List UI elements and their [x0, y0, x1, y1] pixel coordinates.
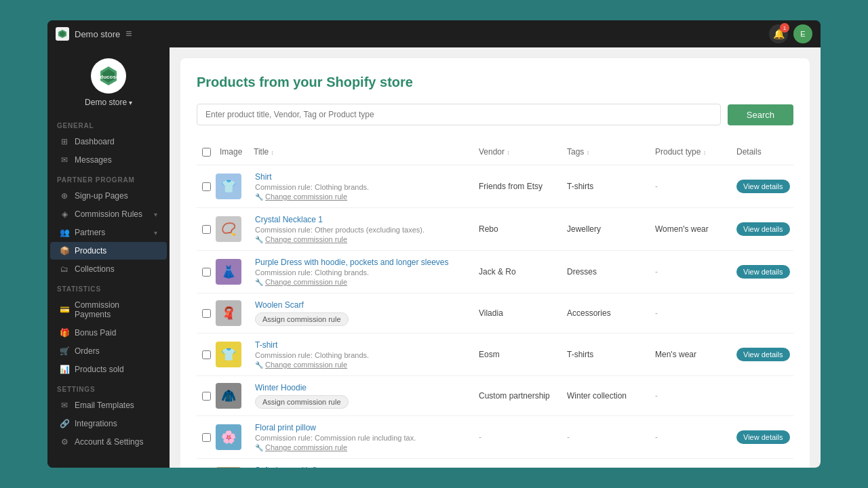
header-title[interactable]: Title ↕ [250, 144, 475, 159]
sidebar-item-partners[interactable]: 👥Partners▾ [50, 224, 167, 241]
change-commission-link[interactable]: 🔧 Change commission rule [255, 235, 469, 243]
details-cell: View details [732, 180, 793, 193]
row-checkbox[interactable] [197, 309, 216, 318]
product-info: ShirtCommission rule: Clothing brands.🔧 … [250, 172, 475, 201]
product-title[interactable]: Woolen Scarf [255, 300, 469, 310]
search-input[interactable] [197, 104, 721, 125]
vendor-cell: Jack & Ro [475, 267, 563, 277]
header-product-type[interactable]: Product type ↕ [651, 144, 732, 159]
table-row: 👕T-shirtCommission rule: Clothing brands… [197, 333, 793, 376]
commission-rule: Commission rule: Clothing brands. [255, 183, 469, 191]
search-button[interactable]: Search [728, 104, 793, 125]
sidebar-item-label: Bonus Paid [75, 328, 116, 338]
sidebar-item-bonus-paid[interactable]: 🎁Bonus Paid [50, 324, 167, 342]
product-type-cell: - [651, 182, 732, 191]
product-type-cell: Men's wear [651, 350, 732, 359]
sidebar-section-label: PARTNER PROGRAM [47, 169, 170, 186]
product-image: 👕 [216, 342, 250, 367]
commission-rule: Commission rule: Other products (excludi… [255, 226, 469, 234]
notification-badge: 1 [780, 23, 789, 33]
assign-commission-button[interactable]: Assign commission rule [255, 395, 349, 409]
product-info: Soft shoes with fleeceCommission rule: O… [250, 466, 475, 468]
row-checkbox[interactable] [197, 433, 216, 442]
product-title[interactable]: Soft shoes with fleece [255, 466, 469, 468]
sidebar-item-email-templates[interactable]: ✉Email Templates [50, 396, 167, 414]
tags-cell: Accessories [563, 308, 651, 318]
vendor-cell: Rebo [475, 224, 563, 234]
sidebar-sections: GENERAL⊞Dashboard✉MessagesPARTNER PROGRA… [47, 115, 170, 451]
vendor-cell: - [475, 432, 563, 442]
row-checkbox[interactable] [197, 268, 216, 277]
tags-cell: - [563, 432, 651, 442]
tags-cell: T-shirts [563, 350, 651, 359]
table-row: 👕ShirtCommission rule: Clothing brands.🔧… [197, 165, 793, 208]
sidebar-item-sign-up-pages[interactable]: ⊕Sign-up Pages [50, 187, 167, 205]
store-name-dropdown[interactable]: Demo store [85, 98, 132, 107]
row-select-checkbox[interactable] [202, 268, 211, 277]
chevron-down-icon: ▾ [154, 229, 157, 237]
row-checkbox[interactable] [197, 182, 216, 191]
sidebar-item-label: Email Templates [75, 401, 134, 410]
product-title[interactable]: Purple Dress with hoodie, pockets and lo… [255, 258, 469, 267]
sidebar-item-commission-payments[interactable]: 💳Commission Payments [50, 296, 167, 323]
sidebar-item-label: Commission Rules [75, 209, 142, 219]
product-title[interactable]: Winter Hoodie [255, 383, 469, 392]
header-checkbox[interactable] [197, 144, 216, 159]
row-select-checkbox[interactable] [202, 433, 211, 442]
commission-rule: Commission rule: Clothing brands. [255, 351, 469, 359]
product-title[interactable]: Crystal Necklace 1 [255, 215, 469, 224]
header-tags[interactable]: Tags ↕ [563, 144, 651, 159]
row-checkbox[interactable] [197, 225, 216, 234]
details-cell: View details [732, 348, 793, 361]
change-commission-link[interactable]: 🔧 Change commission rule [255, 361, 469, 369]
row-select-checkbox[interactable] [202, 225, 211, 234]
sidebar-section-label: SETTINGS [47, 379, 170, 396]
sidebar-item-collections[interactable]: 🗂Collections [50, 260, 167, 278]
select-all-checkbox[interactable] [202, 148, 211, 157]
sidebar-item-account-settings[interactable]: ⚙Account & Settings [50, 433, 167, 451]
products-icon: 📦 [60, 246, 69, 256]
sidebar-item-commission-rules[interactable]: ◈Commission Rules▾ [50, 205, 167, 223]
product-title[interactable]: T-shirt [255, 340, 469, 350]
sidebar-item-integrations[interactable]: 🔗Integrations [50, 415, 167, 432]
row-select-checkbox[interactable] [202, 309, 211, 318]
view-details-button[interactable]: View details [736, 348, 790, 361]
sidebar-item-products[interactable]: 📦Products [50, 242, 167, 260]
row-checkbox[interactable] [197, 392, 216, 401]
assign-commission-button[interactable]: Assign commission rule [255, 312, 349, 326]
change-commission-link[interactable]: 🔧 Change commission rule [255, 278, 469, 286]
header-details: Details [732, 144, 793, 159]
hamburger-icon[interactable]: ≡ [125, 28, 132, 40]
view-details-button[interactable]: View details [736, 265, 790, 279]
sidebar-item-orders[interactable]: 🛒Orders [50, 342, 167, 360]
product-type-cell: - [651, 267, 732, 277]
row-select-checkbox[interactable] [202, 392, 211, 401]
sidebar-item-dashboard[interactable]: ⊞Dashboard [50, 133, 167, 150]
notifications-button[interactable]: 🔔 1 [769, 24, 788, 43]
view-details-button[interactable]: View details [736, 180, 790, 193]
svg-text:Educosm: Educosm [96, 74, 121, 80]
content-area: Products from your Shopify store Search … [170, 47, 821, 468]
table-header: Image Title ↕ Vendor ↕ Tags ↕ Product ty… [197, 139, 793, 165]
product-title[interactable]: Shirt [255, 172, 469, 182]
sidebar-item-messages[interactable]: ✉Messages [50, 151, 167, 169]
row-select-checkbox[interactable] [202, 182, 211, 191]
view-details-button[interactable]: View details [736, 430, 790, 444]
user-avatar[interactable]: E [793, 24, 812, 43]
commission-rule: Commission rule: Commission rule includi… [255, 434, 469, 442]
change-commission-link[interactable]: 🔧 Change commission rule [255, 192, 469, 201]
change-commission-link[interactable]: 🔧 Change commission rule [255, 443, 469, 451]
product-info: Purple Dress with hoodie, pockets and lo… [250, 258, 475, 286]
view-details-button[interactable]: View details [736, 222, 790, 236]
app-logo [56, 27, 69, 41]
product-title[interactable]: Floral print pillow [255, 423, 469, 432]
table-row: 🌸Floral print pillowCommission rule: Com… [197, 416, 793, 459]
row-select-checkbox[interactable] [202, 350, 211, 359]
header-vendor[interactable]: Vendor ↕ [475, 144, 563, 159]
row-checkbox[interactable] [197, 350, 216, 359]
main-layout: Educosm Demo store GENERAL⊞Dashboard✉Mes… [47, 47, 821, 468]
titlebar-right: 🔔 1 E [769, 24, 812, 43]
vendor-cell: Viladia [475, 308, 563, 318]
sidebar-item-products-sold[interactable]: 📊Products sold [50, 361, 167, 378]
tags-cell: Dresses [563, 267, 651, 277]
